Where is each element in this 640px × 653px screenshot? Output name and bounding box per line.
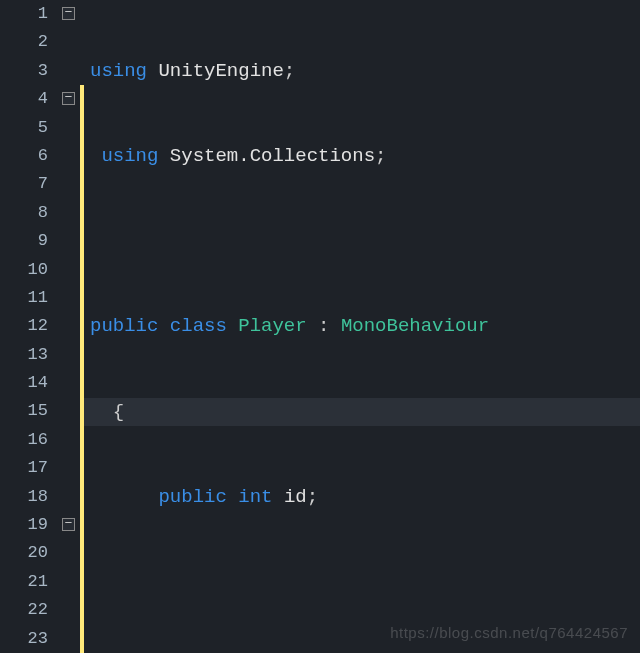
- line-number: 8: [0, 199, 48, 227]
- line-number: 3: [0, 57, 48, 85]
- line-number: 6: [0, 142, 48, 170]
- code-line[interactable]: [84, 227, 640, 255]
- watermark-text: https://blog.csdn.net/q764424567: [390, 619, 628, 647]
- line-number: 4: [0, 85, 48, 113]
- keyword: using: [90, 60, 147, 82]
- fold-toggle-icon[interactable]: −: [62, 92, 75, 105]
- line-number: 1: [0, 0, 48, 28]
- identifier: id: [284, 486, 307, 508]
- identifier: UnityEngine: [158, 60, 283, 82]
- punct: {: [113, 401, 124, 423]
- code-line-current[interactable]: {: [84, 398, 640, 426]
- code-area[interactable]: using UnityEngine; using System.Collecti…: [84, 0, 640, 653]
- fold-toggle-icon[interactable]: −: [62, 518, 75, 531]
- identifier: System.Collections: [170, 145, 375, 167]
- line-number: 17: [0, 454, 48, 482]
- line-number: 2: [0, 28, 48, 56]
- line-number: 22: [0, 596, 48, 624]
- code-line[interactable]: public int id;: [84, 483, 640, 511]
- code-line[interactable]: [84, 568, 640, 596]
- code-line[interactable]: using System.Collections;: [84, 142, 640, 170]
- code-editor[interactable]: 1 2 3 4 5 6 7 8 9 10 11 12 13 14 15 16 1…: [0, 0, 640, 653]
- line-number: 18: [0, 483, 48, 511]
- line-number: 12: [0, 312, 48, 340]
- line-number: 21: [0, 568, 48, 596]
- code-line[interactable]: using UnityEngine;: [84, 57, 640, 85]
- punct: ;: [284, 60, 295, 82]
- line-number: 11: [0, 284, 48, 312]
- line-number: 9: [0, 227, 48, 255]
- punct: :: [318, 315, 329, 337]
- keyword: public: [90, 315, 158, 337]
- line-number: 23: [0, 625, 48, 653]
- line-number: 20: [0, 539, 48, 567]
- line-number: 10: [0, 256, 48, 284]
- fold-toggle-icon[interactable]: −: [62, 7, 75, 20]
- keyword: public: [158, 486, 226, 508]
- line-number: 13: [0, 341, 48, 369]
- line-number: 14: [0, 369, 48, 397]
- punct: ;: [375, 145, 386, 167]
- type: int: [238, 486, 272, 508]
- line-number: 15: [0, 397, 48, 425]
- keyword: using: [101, 145, 158, 167]
- class-name: Player: [238, 315, 306, 337]
- line-number: 19: [0, 511, 48, 539]
- line-number-gutter: 1 2 3 4 5 6 7 8 9 10 11 12 13 14 15 16 1…: [0, 0, 58, 653]
- line-number: 16: [0, 426, 48, 454]
- line-number: 7: [0, 170, 48, 198]
- line-number: 5: [0, 114, 48, 142]
- keyword: class: [170, 315, 227, 337]
- code-line[interactable]: public class Player : MonoBehaviour: [84, 312, 640, 340]
- fold-column: − − −: [58, 0, 80, 653]
- punct: ;: [307, 486, 318, 508]
- class-name: MonoBehaviour: [341, 315, 489, 337]
